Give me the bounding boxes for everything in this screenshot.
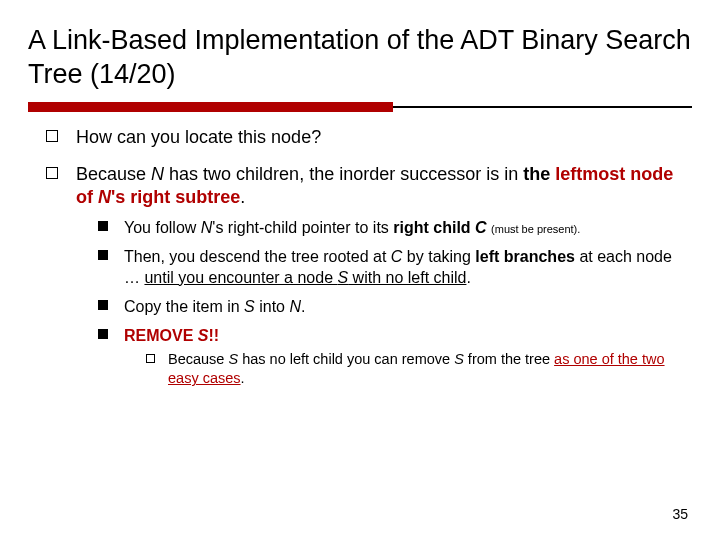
bullet-list: How can you locate this node? Because N … (28, 126, 692, 388)
sub-3-text: Copy the item in S into N. (124, 298, 305, 315)
filled-square-icon (98, 250, 108, 260)
sub-sub-list: Because S has no left child you can remo… (124, 350, 692, 388)
bullet-2-text: Because N has two children, the inorder … (76, 164, 673, 207)
hollow-square-icon (46, 167, 58, 179)
page-number: 35 (672, 506, 688, 522)
sub-2-text: Then, you descend the tree rooted at C b… (124, 248, 672, 286)
sub-list: You follow N's right-child pointer to it… (76, 217, 692, 388)
filled-square-icon (98, 221, 108, 231)
bullet-1: How can you locate this node? (46, 126, 692, 149)
title-rule (28, 102, 692, 112)
bullet-2: Because N has two children, the inorder … (46, 163, 692, 388)
hollow-square-icon (146, 354, 155, 363)
bullet-1-text: How can you locate this node? (76, 127, 321, 147)
sub-3: Copy the item in S into N. (98, 296, 692, 317)
slide-title: A Link-Based Implementation of the ADT B… (28, 24, 692, 92)
sub-1: You follow N's right-child pointer to it… (98, 217, 692, 238)
filled-square-icon (98, 300, 108, 310)
filled-square-icon (98, 329, 108, 339)
hollow-square-icon (46, 130, 58, 142)
sub-4-text: REMOVE S!! (124, 327, 219, 344)
sub-1-text: You follow N's right-child pointer to it… (124, 219, 580, 236)
sub-2: Then, you descend the tree rooted at C b… (98, 246, 692, 288)
sub-sub-1-text: Because S has no left child you can remo… (168, 351, 665, 386)
sub-4: REMOVE S!! Because S has no left child y… (98, 325, 692, 388)
sub-sub-1: Because S has no left child you can remo… (146, 350, 692, 388)
